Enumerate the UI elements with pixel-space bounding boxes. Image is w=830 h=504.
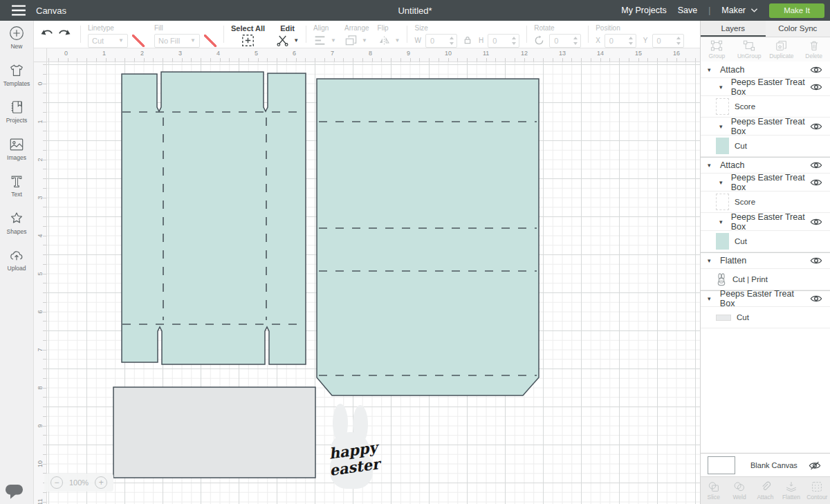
my-projects-link[interactable]: My Projects [621, 6, 666, 15]
align-caret-icon[interactable]: ▼ [331, 37, 336, 44]
ungroup-button[interactable]: UnGroup [733, 37, 766, 62]
zoom-in-button[interactable]: + [95, 476, 107, 489]
zoom-out-button[interactable]: − [50, 476, 63, 489]
chat-feedback-icon[interactable] [5, 484, 24, 499]
make-it-button[interactable]: Make It [769, 3, 824, 18]
blank-canvas-row[interactable]: Blank Canvas [701, 453, 830, 477]
peeps-bunny-shape[interactable]: happy easter [328, 404, 383, 489]
treat-box-front-template[interactable] [317, 79, 539, 395]
width-input[interactable]: 0 [425, 34, 457, 48]
layer-subgroup-peeps-easter-treat-box[interactable]: ▾Peeps Easter Treat Box [701, 118, 830, 136]
visibility-eye-off-icon[interactable] [809, 461, 821, 470]
collapse-caret-icon[interactable]: ▾ [719, 123, 726, 130]
visibility-eye-icon[interactable] [810, 256, 822, 265]
weld-button[interactable]: Weld [726, 477, 752, 504]
fill-color-swatch[interactable] [204, 35, 216, 47]
sidebar-item-text[interactable]: Text [0, 169, 33, 206]
layer-row-cut[interactable]: Cut [701, 136, 830, 157]
flatten-icon [785, 481, 797, 492]
collapse-caret-icon[interactable]: ▾ [719, 218, 726, 225]
edit-caret-icon[interactable]: ▼ [293, 37, 299, 44]
treat-box-wrap-template[interactable] [122, 72, 306, 364]
layer-subgroup-peeps-easter-treat-box[interactable]: ▾Peeps Easter Treat Box [701, 213, 830, 231]
height-input[interactable]: 0 [488, 34, 519, 48]
visibility-eye-icon[interactable] [810, 178, 822, 187]
bunny-text: happy easter [328, 438, 383, 479]
machine-select[interactable]: Maker [721, 6, 758, 15]
sidebar-item-images[interactable]: Images [0, 132, 33, 169]
action-label: Contour [806, 494, 827, 501]
collapse-caret-icon[interactable]: ▾ [708, 257, 714, 264]
ruler-number: 9 [37, 419, 44, 433]
flip-caret-icon[interactable]: ▼ [395, 37, 400, 44]
layer-row-cut-print[interactable]: Cut | Print [701, 269, 830, 290]
duplicate-button[interactable]: Duplicate [766, 37, 798, 62]
arrange-caret-icon[interactable]: ▼ [362, 37, 367, 44]
visibility-eye-icon[interactable] [810, 66, 822, 74]
delete-button[interactable]: Delete [797, 37, 830, 62]
visibility-eye-icon[interactable] [810, 161, 822, 169]
layer-row-score[interactable]: Score [701, 192, 830, 213]
tab-color-sync[interactable]: Color Sync [766, 21, 830, 37]
shapes-star-icon [9, 211, 24, 226]
collapse-caret-icon[interactable]: ▾ [708, 66, 714, 73]
layer-row-score[interactable]: Score [701, 96, 830, 118]
redo-icon[interactable] [57, 28, 73, 41]
action-label: Weld [733, 494, 746, 501]
slice-button[interactable]: Slice [701, 477, 726, 504]
hamburger-menu-icon[interactable] [10, 4, 28, 17]
blank-canvas-thumbnail[interactable] [708, 456, 735, 474]
visibility-eye-icon[interactable] [810, 295, 822, 303]
layer-subgroup-peeps-easter-treat-box[interactable]: ▾Peeps Easter Treat Box [701, 174, 830, 192]
layer-row-cut[interactable]: Cut [701, 307, 830, 328]
layer-row-cut[interactable]: Cut [701, 231, 830, 252]
stepper-arrows-icon[interactable] [449, 36, 454, 46]
collapse-caret-icon[interactable]: ▾ [719, 84, 726, 91]
edit-scissors-icon[interactable] [276, 34, 289, 47]
collapse-caret-icon[interactable]: ▾ [719, 179, 726, 186]
save-link[interactable]: Save [678, 6, 698, 15]
flatten-button[interactable]: Flatten [778, 477, 804, 504]
undo-icon[interactable] [40, 28, 57, 41]
linetype-select[interactable]: Cut ▼ [88, 34, 128, 48]
position-y-input[interactable]: 0 [652, 34, 684, 48]
stepper-arrows-icon[interactable] [676, 36, 681, 46]
tab-layers[interactable]: Layers [701, 21, 766, 37]
attach-button[interactable]: Attach [753, 477, 778, 504]
contour-button[interactable]: Contour [804, 477, 830, 504]
layer-group-peeps-easter-treat-box[interactable]: ▾Peeps Easter Treat Box [701, 290, 830, 307]
aspect-lock-icon[interactable] [463, 35, 473, 46]
stepper-arrows-icon[interactable] [628, 36, 634, 46]
layer-subgroup-peeps-easter-treat-box[interactable]: ▾Peeps Easter Treat Box [701, 78, 830, 96]
layer-group-attach[interactable]: ▾Attach [701, 62, 830, 78]
flip-label: Flip [378, 24, 400, 32]
layer-group-attach[interactable]: ▾Attach [701, 157, 830, 174]
layer-group-flatten[interactable]: ▾Flatten [701, 252, 830, 269]
arrange-icon[interactable] [344, 34, 358, 47]
select-all-icon[interactable] [241, 34, 255, 47]
stepper-arrows-icon[interactable] [511, 36, 517, 46]
collapse-caret-icon[interactable]: ▾ [708, 295, 714, 302]
collapse-caret-icon[interactable]: ▾ [708, 162, 714, 169]
layer-thumbnail-score [716, 194, 729, 210]
linetype-color-swatch[interactable] [132, 35, 145, 47]
visibility-eye-icon[interactable] [810, 83, 822, 91]
sidebar-item-shapes[interactable]: Shapes [0, 206, 33, 243]
align-icon[interactable] [313, 34, 326, 47]
sidebar-item-projects[interactable]: Projects [0, 95, 33, 132]
visibility-eye-icon[interactable] [810, 122, 822, 131]
stepper-arrows-icon[interactable] [573, 36, 578, 46]
select-all-label: Select All [231, 24, 265, 32]
edit-group: Edit ▼ [276, 21, 299, 48]
fill-select[interactable]: No Fill ▼ [154, 34, 200, 48]
visibility-eye-icon[interactable] [810, 218, 822, 226]
group-button[interactable]: Group [701, 37, 733, 62]
sidebar-item-upload[interactable]: Upload [0, 243, 33, 280]
position-x-input[interactable]: 0 [605, 34, 636, 48]
rotate-input[interactable]: 0 [549, 34, 581, 48]
sidebar-item-templates[interactable]: Templates [0, 58, 33, 95]
flip-icon[interactable] [378, 34, 391, 47]
boolean-actions-bar: SliceWeldAttachFlattenContour [701, 476, 830, 504]
sidebar-item-new[interactable]: New [0, 21, 33, 58]
gray-panel-rect[interactable] [113, 387, 315, 478]
